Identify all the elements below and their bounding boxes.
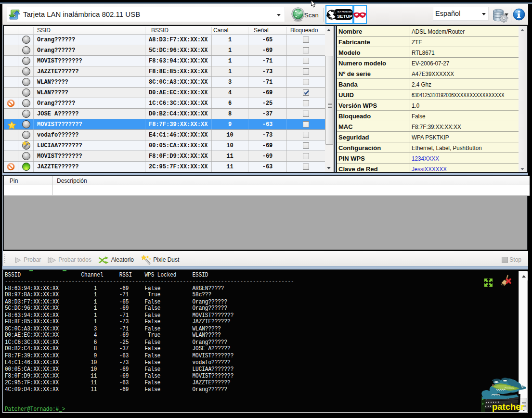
svg-text:SETUP: SETUP <box>337 13 352 19</box>
svg-text:Wi-Fi PROTECTED: Wi-Fi PROTECTED <box>337 11 352 13</box>
